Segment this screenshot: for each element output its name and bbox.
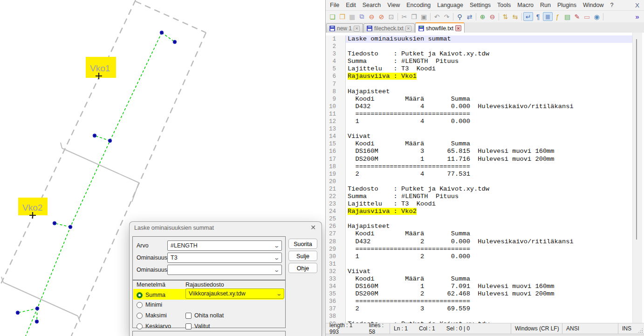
area-label-vko2[interactable]: Vko2 bbox=[18, 198, 48, 219]
line-text-content: Summa : #LENGTH Pituus bbox=[348, 58, 459, 65]
tab-new-1[interactable]: new 1✕ bbox=[326, 23, 363, 33]
radio-minimi[interactable]: Minimi bbox=[137, 301, 162, 309]
menu-item-view[interactable]: View bbox=[384, 0, 403, 10]
window-close-button[interactable]: X bbox=[635, 2, 639, 9]
line-number: 5 bbox=[326, 65, 336, 73]
monitoring-icon[interactable]: ◉ bbox=[592, 12, 602, 21]
line-text-content: D432 2 0.000 Hulevesikaivo/ritiläkansi bbox=[348, 238, 574, 245]
menu-item-file[interactable]: File bbox=[327, 0, 343, 10]
paste-icon[interactable]: ▣ bbox=[419, 12, 429, 21]
line-text-content: Viivat bbox=[348, 268, 370, 275]
editor-lines: 1Laske ominaisuuksien summat23Tiedosto :… bbox=[326, 35, 632, 323]
combobox-ominaisuus-1[interactable]: T3⌄ bbox=[167, 253, 282, 263]
radio-summa[interactable]: Summa bbox=[137, 291, 165, 299]
suorita-button[interactable]: Suorita bbox=[288, 239, 317, 249]
editor-line: 21Tiedosto : Putket ja Kaivot.xy.tdw bbox=[326, 185, 632, 193]
radio-maksimi[interactable]: Maksimi bbox=[137, 312, 167, 319]
print-icon[interactable]: ⊡ bbox=[386, 12, 396, 21]
status-doc-length: length : 1 993 bbox=[329, 322, 361, 335]
overflow-icon[interactable]: » bbox=[632, 12, 642, 21]
sulje-button[interactable]: Sulje bbox=[288, 251, 317, 261]
boundary-file-combobox[interactable]: Viikkorajaukset.xy.tdw ⌄ bbox=[185, 288, 284, 299]
save-all-icon[interactable]: ⧉ bbox=[357, 12, 367, 21]
area-label-vko1[interactable]: Vko1 bbox=[86, 57, 116, 79]
line-number: 10 bbox=[326, 103, 336, 110]
line-number: 18 bbox=[326, 163, 336, 171]
checkbox-label: Ohita nollat bbox=[194, 312, 224, 319]
menu-item-edit[interactable]: Edit bbox=[343, 0, 359, 10]
document-map-icon[interactable]: ▤ bbox=[562, 12, 572, 21]
menu-item-window[interactable]: Window bbox=[580, 0, 607, 10]
menu-item-run[interactable]: Run bbox=[537, 0, 554, 10]
show-indent-guide-icon[interactable]: ≣ bbox=[543, 12, 553, 21]
new-file-icon[interactable]: ❏ bbox=[328, 12, 337, 21]
menu-item-encoding[interactable]: Encoding bbox=[403, 0, 434, 10]
line-number-gutter bbox=[336, 81, 346, 88]
line-number: 6 bbox=[326, 73, 336, 80]
menu-item-macro[interactable]: Macro bbox=[514, 0, 537, 10]
editor-line: 24Rajausviiva : Vko2 bbox=[326, 208, 632, 215]
folder-as-workspace-icon[interactable]: ▭ bbox=[582, 12, 592, 21]
line-number-gutter bbox=[336, 238, 346, 246]
copy-icon[interactable]: ❐ bbox=[409, 12, 419, 21]
line-number-gutter bbox=[336, 185, 346, 193]
replace-icon[interactable]: ⇄ bbox=[465, 12, 474, 21]
line-text: ============================== bbox=[346, 110, 632, 118]
save-file-icon[interactable]: ▦ bbox=[347, 12, 357, 21]
menu-item-settings[interactable]: Settings bbox=[466, 0, 494, 10]
open-file-icon[interactable]: ❒ bbox=[337, 12, 347, 21]
menu-item-tools[interactable]: Tools bbox=[494, 0, 514, 10]
checkbox-valitut[interactable]: Valitut bbox=[185, 322, 210, 330]
function-list-icon[interactable]: ƒ bbox=[553, 12, 562, 21]
redo-icon[interactable]: ↷ bbox=[442, 12, 452, 21]
checkbox-ohita-nollat[interactable]: Ohita nollat bbox=[185, 312, 224, 319]
combobox-ominaisuus-2[interactable]: ⌄ bbox=[167, 265, 282, 275]
menu-item-plugins[interactable]: Plugins bbox=[554, 0, 580, 10]
menu-item-language[interactable]: Language bbox=[434, 0, 466, 10]
sync-horizontal-scroll-icon[interactable]: ⇆ bbox=[510, 12, 520, 21]
cut-icon[interactable]: ✂ bbox=[399, 12, 409, 21]
find-icon[interactable]: ⚲ bbox=[455, 12, 465, 21]
radio-keskiarvo[interactable]: Keskiarvo bbox=[137, 322, 171, 330]
word-wrap-icon[interactable]: ↵ bbox=[523, 12, 533, 21]
boundary-file-header: Rajaustiedosto bbox=[185, 281, 224, 289]
line-number-gutter bbox=[336, 96, 346, 103]
radio-button-icon bbox=[137, 292, 143, 298]
tab-filecheck-txt[interactable]: filecheck.txt✕ bbox=[363, 23, 415, 33]
zoom-out-icon[interactable]: ⊖ bbox=[487, 12, 497, 21]
show-all-characters-icon[interactable]: ¶ bbox=[533, 12, 543, 21]
menu-item-help[interactable]: ? bbox=[607, 0, 617, 10]
combobox-arvo-0[interactable]: #LENGTH⌄ bbox=[167, 240, 282, 251]
document-switcher-icon[interactable]: ✎ bbox=[572, 12, 582, 21]
status-selection: Sel : 0 | 0 bbox=[446, 325, 470, 332]
line-text-content: ============================== bbox=[348, 298, 470, 305]
line-number-gutter bbox=[336, 253, 346, 261]
line-number: 7 bbox=[326, 81, 336, 88]
editor-vscrollbar[interactable] bbox=[632, 33, 642, 323]
tab-close-icon[interactable]: ✕ bbox=[354, 26, 360, 32]
vscrollbar-thumb[interactable] bbox=[636, 39, 637, 240]
close-file-icon[interactable]: ⊖ bbox=[367, 12, 377, 21]
line-number-gutter bbox=[336, 261, 346, 268]
area-label-vko2-text: Vko2 bbox=[22, 203, 42, 213]
line-text: 2 3 69.559 bbox=[346, 305, 632, 313]
line-text bbox=[346, 178, 632, 185]
line-number: 35 bbox=[326, 290, 336, 298]
line-text: Koodi Määrä Summa bbox=[346, 96, 632, 103]
tab-close-icon[interactable]: ✕ bbox=[455, 25, 461, 31]
line-text-content: ============================== bbox=[348, 246, 470, 253]
dialog-close-icon[interactable]: ✕ bbox=[310, 224, 316, 231]
ohje-button[interactable]: Ohje bbox=[288, 263, 317, 273]
editor-area[interactable]: 1Laske ominaisuuksien summat23Tiedosto :… bbox=[326, 33, 644, 323]
boundary-top-dashed-line bbox=[136, 1, 206, 33]
sync-vertical-scroll-icon[interactable]: ⇅ bbox=[500, 12, 510, 21]
tab-close-icon[interactable]: ✕ bbox=[405, 26, 411, 32]
close-all-icon[interactable]: ⊘ bbox=[377, 12, 386, 21]
menu-item-search[interactable]: Search bbox=[359, 0, 384, 10]
undo-icon[interactable]: ↶ bbox=[432, 12, 442, 21]
tab-showfile-txt[interactable]: showfile.txt✕ bbox=[415, 22, 465, 33]
editor-line: 6Rajausviiva : Vko1 bbox=[326, 73, 632, 80]
method-group: Menetelmä Rajaustiedosto Viikkorajaukset… bbox=[132, 280, 286, 328]
zoom-in-icon[interactable]: ⊕ bbox=[478, 12, 487, 21]
line-number: 4 bbox=[326, 58, 336, 65]
